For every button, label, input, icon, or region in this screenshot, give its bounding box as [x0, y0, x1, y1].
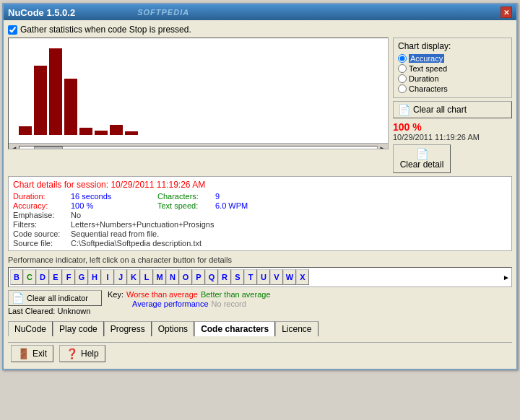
char-button-V[interactable]: V: [270, 269, 283, 285]
duration-label: Duration:: [13, 192, 71, 201]
last-cleared-label: Last Cleared:: [8, 307, 55, 315]
tab-play-code[interactable]: Play code: [53, 321, 104, 336]
right-panel: Chart display: Accuracy Text speed Durat…: [393, 38, 512, 173]
key-area: Key: Worse than average Better than aver…: [108, 290, 512, 309]
char-button-T[interactable]: T: [244, 269, 257, 285]
key-label: Key:: [108, 290, 124, 299]
scroll-left-arrow[interactable]: ◄: [10, 145, 19, 149]
clear-detail-icon: 📄: [416, 148, 428, 159]
status-area: 100 % 10/29/2011 11:19:26 AM: [393, 121, 512, 141]
tab-licence[interactable]: Licence: [275, 321, 318, 336]
chart-scrollbar: ◄ ►: [9, 143, 388, 149]
tab-code-characters[interactable]: Code characters: [194, 321, 275, 336]
clear-all-chart-button[interactable]: 📄 Clear all chart: [393, 101, 512, 118]
titlebar: NuCode 1.5.0.2 SOFTPEDIA ✕: [4, 4, 516, 20]
duration-value: 16 seconds: [71, 192, 157, 201]
radio-duration: Duration: [398, 74, 507, 83]
gather-label: Gather statistics when code Stop is pres…: [20, 25, 191, 35]
exit-button[interactable]: 🚪 Exit: [11, 345, 53, 362]
tab-nucode[interactable]: NuCode: [8, 321, 53, 336]
characters-value: 9: [215, 192, 287, 201]
char-button-E[interactable]: E: [49, 269, 62, 285]
exit-icon: 🚪: [17, 348, 30, 359]
char-button-O[interactable]: O: [179, 269, 192, 285]
filters-label: Filters:: [13, 220, 71, 229]
chart-display-box: Chart display: Accuracy Text speed Durat…: [393, 38, 512, 98]
tab-options[interactable]: Options: [152, 321, 194, 336]
radio-textspeed: Text speed: [398, 64, 507, 73]
char-button-C[interactable]: C: [23, 269, 36, 285]
clear-indicator-button[interactable]: 📄 Clear all indicator: [8, 290, 102, 306]
gather-checkbox[interactable]: [8, 25, 17, 35]
main-area: ◄ ► Chart display: Accuracy: [8, 38, 512, 173]
key-row-avg: Average performance No record: [108, 299, 512, 308]
radio-textspeed-input[interactable]: [398, 64, 407, 73]
radio-duration-input[interactable]: [398, 74, 407, 83]
exit-label: Exit: [32, 349, 47, 359]
chart-bar: [95, 131, 108, 135]
scrollbar-track: [19, 146, 378, 150]
char-button-U[interactable]: U: [257, 269, 270, 285]
characters-label: Characters:: [157, 192, 215, 201]
char-button-R[interactable]: R: [218, 269, 231, 285]
window-title: NuCode 1.5.0.2: [8, 7, 75, 18]
char-button-G[interactable]: G: [75, 269, 88, 285]
clear-detail-button[interactable]: 📄 Clear detail: [393, 144, 451, 173]
key-row-worse: Key: Worse than average Better than aver…: [108, 290, 512, 299]
chart-inner: [9, 38, 388, 143]
key-avg-label: Average performance: [132, 299, 209, 308]
source-file-label: Source file:: [13, 239, 71, 248]
last-cleared-value: Unknown: [58, 307, 91, 315]
char-button-J[interactable]: J: [114, 269, 127, 285]
emphasise-label: Emphasise:: [13, 211, 71, 219]
text-speed-value: 6.0 WPM: [215, 201, 287, 210]
radio-accuracy-label: Accuracy: [409, 54, 444, 63]
main-window: NuCode 1.5.0.2 SOFTPEDIA ✕ Gather statis…: [2, 3, 518, 370]
chart-details: Chart details for session: 10/29/2011 11…: [8, 176, 512, 251]
filters-value: Letters+Numbers+Punctuation+Prosigns: [71, 220, 287, 229]
char-scroll-right[interactable]: ►: [503, 274, 510, 281]
radio-characters-input[interactable]: [398, 84, 407, 93]
char-button-N[interactable]: N: [166, 269, 179, 285]
radio-accuracy-input[interactable]: [398, 54, 407, 63]
clear-all-chart-label: Clear all chart: [413, 105, 467, 115]
clear-indicator-area: 📄 Clear all indicator Last Cleared: Unkn…: [8, 290, 102, 317]
scroll-right-arrow[interactable]: ►: [378, 145, 386, 149]
close-button[interactable]: ✕: [500, 6, 512, 18]
bar-chart: [12, 41, 385, 135]
chart-container: ◄ ►: [8, 38, 389, 149]
source-file-value: C:\Softpedia\Softpedia description.txt: [71, 239, 287, 248]
clear-indicator-label: Clear all indicator: [27, 294, 88, 302]
chart-bar: [110, 125, 123, 135]
char-button-D[interactable]: D: [36, 269, 49, 285]
radio-characters: Characters: [398, 84, 507, 93]
char-button-L[interactable]: L: [140, 269, 153, 285]
char-button-S[interactable]: S: [231, 269, 244, 285]
char-button-M[interactable]: M: [153, 269, 166, 285]
tab-progress[interactable]: Progress: [104, 321, 152, 336]
key-worse-label: Worse than average: [126, 290, 198, 299]
help-label: Help: [81, 349, 99, 359]
help-icon: ❓: [66, 348, 78, 359]
char-button-K[interactable]: K: [127, 269, 140, 285]
char-button-F[interactable]: F: [62, 269, 75, 285]
help-button[interactable]: ❓ Help: [59, 345, 105, 362]
chart-bar: [79, 128, 92, 135]
status-datetime: 10/29/2011 11:19:26 AM: [393, 133, 512, 141]
chart-display-title: Chart display:: [398, 41, 507, 51]
text-speed-label: Text speed:: [157, 201, 215, 210]
char-button-P[interactable]: P: [192, 269, 205, 285]
chart-bar: [34, 66, 47, 135]
char-button-H[interactable]: H: [88, 269, 101, 285]
char-button-I[interactable]: I: [101, 269, 114, 285]
char-button-B[interactable]: B: [10, 269, 23, 285]
accuracy-value: 100 %: [71, 201, 157, 210]
tabs-row: NuCode Play code Progress Options Code c…: [8, 321, 512, 336]
key-no-record: No record: [212, 299, 246, 308]
char-button-X[interactable]: X: [296, 269, 309, 285]
char-button-W[interactable]: W: [283, 269, 296, 285]
char-button-Q[interactable]: Q: [205, 269, 218, 285]
radio-textspeed-label: Text speed: [409, 64, 447, 73]
scrollbar-thumb[interactable]: [34, 146, 63, 150]
char-list: BCDEFGHIJKLMNOPQRSTUVWX: [9, 269, 311, 285]
